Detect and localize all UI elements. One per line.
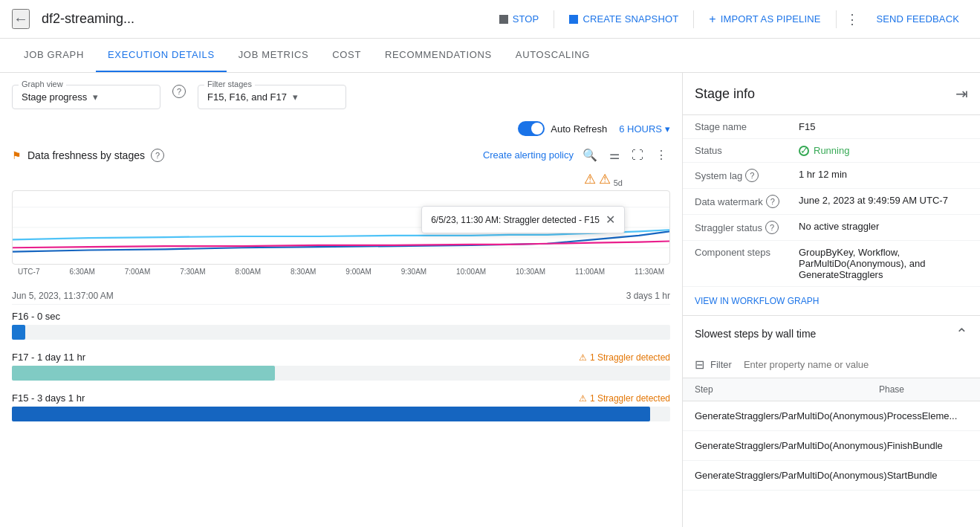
filter-input[interactable] [744,359,968,370]
warning-icon-f17: ⚠ [579,352,587,363]
chart-section: ⚑ Data freshness by stages ? Create aler… [12,145,670,421]
step-row-2: GenerateStragglers/ParMultiDo(Anonymous)… [683,461,980,491]
step-row-0: GenerateStragglers/ParMultiDo(Anonymous)… [683,401,980,431]
stage-f17-name-row: F17 - 1 day 11 hr ⚠ 1 Straggler detected [12,352,670,363]
warning-label: 5d [614,178,623,187]
tab-bar: JOB GRAPH EXECUTION DETAILS JOB METRICS … [0,39,980,73]
stage-f16-bar [12,325,25,340]
main-content: Graph view Stage progress ▾ ? Filter sta… [0,73,980,527]
component-steps-value: GroupByKey, Workflow, ParMultiDo(Anonymo… [799,247,968,280]
settings-icon[interactable]: ⚌ [606,145,623,165]
stage-f15-name: F15 - 3 days 1 hr [12,392,85,404]
filter-row: ⊟ Filter [683,352,980,378]
data-watermark-label: Data watermark ? [695,195,799,208]
stage-f17-track [12,366,670,381]
slowest-steps-section: Slowest steps by wall time ⌃ ⊟ Filter St… [683,315,980,491]
stage-item-f17: F17 - 1 day 11 hr ⚠ 1 Straggler detected [12,352,670,381]
filter-icon: ⊟ [695,358,704,372]
filter-stages-label: Filter stages [204,80,255,88]
panel-title: Stage info [695,86,755,102]
stage-f17-warning: ⚠ 1 Straggler detected [579,352,670,363]
orange-flag-icon: ⚑ [12,149,22,161]
info-row-status: Status ✓ Running [683,139,980,163]
auto-refresh-row: Auto Refresh 6 HOURS ▾ [12,121,670,136]
slowest-steps-header[interactable]: Slowest steps by wall time ⌃ [683,316,980,352]
filter-label: Filter [710,359,732,370]
tooltip-text: 6/5/23, 11:30 AM: Straggler detected - F… [431,215,600,225]
tab-autoscaling[interactable]: AUTOSCALING [504,39,602,72]
system-lag-help-icon[interactable]: ? [745,169,759,182]
chart-help-icon[interactable]: ? [151,149,164,162]
graph-view-select[interactable]: Stage progress ▾ [22,88,151,106]
fullscreen-icon[interactable]: ⛶ [629,146,646,165]
phase-col-header: Phase [879,384,968,395]
stop-button[interactable]: STOP [490,9,548,29]
tab-cost[interactable]: COST [320,39,373,72]
stage-item-f15: F15 - 3 days 1 hr ⚠ 1 Straggler detected [12,392,670,421]
warning-icon-1: ⚠ [584,171,596,187]
info-row-straggler-status: Straggler status ? No active straggler [683,215,980,241]
info-row-system-lag: System lag ? 1 hr 12 min [683,163,980,189]
chart-area: 6/5/23, 11:30 AM: Straggler detected - F… [12,190,670,265]
graph-view-arrow-icon: ▾ [93,91,98,103]
tab-job-metrics[interactable]: JOB METRICS [227,39,321,72]
auto-refresh-toggle[interactable] [518,121,545,136]
import-button[interactable]: + IMPORT AS PIPELINE [700,8,829,30]
auto-refresh-toggle-container: Auto Refresh [518,121,607,136]
stage-f17-bar [12,366,275,381]
zoom-icon[interactable]: 🔍 [580,145,600,165]
stage-name-label: Stage name [695,121,799,132]
system-lag-value: 1 hr 12 min [799,169,968,180]
collapse-icon[interactable]: ⌃ [955,325,968,343]
data-watermark-help-icon[interactable]: ? [766,195,779,208]
stage-item-f16: F16 - 0 sec [12,311,670,340]
graph-view-label: Graph view [19,80,66,88]
snapshot-button[interactable]: CREATE SNAPSHOT [560,9,687,29]
status-value: ✓ Running [799,145,968,156]
status-running-icon: ✓ [799,146,809,156]
stages-date: Jun 5, 2023, 11:37:00 AM [12,291,114,301]
stage-f15-bar [12,407,650,421]
info-row-component-steps: Component steps GroupByKey, Workflow, Pa… [683,241,980,287]
warning-icon-2: ⚠ [599,171,611,187]
right-panel: Stage info ⇥ Stage name F15 Status ✓ Run… [683,73,980,527]
graph-view-help-icon[interactable]: ? [172,85,186,98]
tab-job-graph[interactable]: JOB GRAPH [12,39,96,72]
hours-button[interactable]: 6 HOURS ▾ [619,123,670,135]
tab-recommendations[interactable]: RECOMMENDATIONS [373,39,504,72]
auto-refresh-label: Auto Refresh [551,123,607,135]
tooltip-close-icon[interactable]: ✕ [606,213,615,227]
panel-header: Stage info ⇥ [683,73,980,115]
step-phase-1: FinishBundle [887,440,968,451]
tab-execution-details[interactable]: EXECUTION DETAILS [96,39,227,72]
chart-actions: Create alerting policy 🔍 ⚌ ⛶ ⋮ [483,145,670,165]
divider2 [693,10,694,28]
chart-container: ⚠ ⚠ 5d [12,171,670,276]
stage-f15-track [12,407,670,421]
more-chart-icon[interactable]: ⋮ [652,145,670,165]
chart-header: ⚑ Data freshness by stages ? Create aler… [12,145,670,165]
feedback-button[interactable]: SEND FEEDBACK [868,9,969,29]
step-col-header: Step [695,384,879,395]
chart-tooltip: 6/5/23, 11:30 AM: Straggler detected - F… [421,206,625,233]
back-button[interactable]: ← [12,9,30,29]
left-panel: Graph view Stage progress ▾ ? Filter sta… [0,73,683,527]
filter-stages-control: Filter stages F15, F16, and F17 ▾ [198,85,346,109]
straggler-status-label: Straggler status ? [695,221,799,234]
create-alerting-link[interactable]: Create alerting policy [483,149,574,161]
chart-warning-icons: ⚠ ⚠ 5d [12,171,670,187]
view-workflow-link[interactable]: VIEW IN WORKFLOW GRAPH [683,293,980,309]
panel-close-icon[interactable]: ⇥ [955,85,968,103]
filter-stages-select[interactable]: F15, F16, and F17 ▾ [207,88,337,106]
more-icon[interactable]: ⋮ [843,8,862,30]
straggler-help-icon[interactable]: ? [765,221,779,234]
chart-title-row: ⚑ Data freshness by stages ? [12,149,164,162]
hours-arrow-icon: ▾ [665,123,670,135]
divider3 [836,10,837,28]
warning-icon-f15: ⚠ [579,393,587,404]
import-icon: + [709,13,715,26]
straggler-status-value: No active straggler [799,221,968,232]
step-name-0: GenerateStragglers/ParMultiDo(Anonymous) [695,410,887,421]
job-title: df2-streaming... [42,11,134,27]
steps-table: Step Phase GenerateStragglers/ParMultiDo… [683,378,980,491]
